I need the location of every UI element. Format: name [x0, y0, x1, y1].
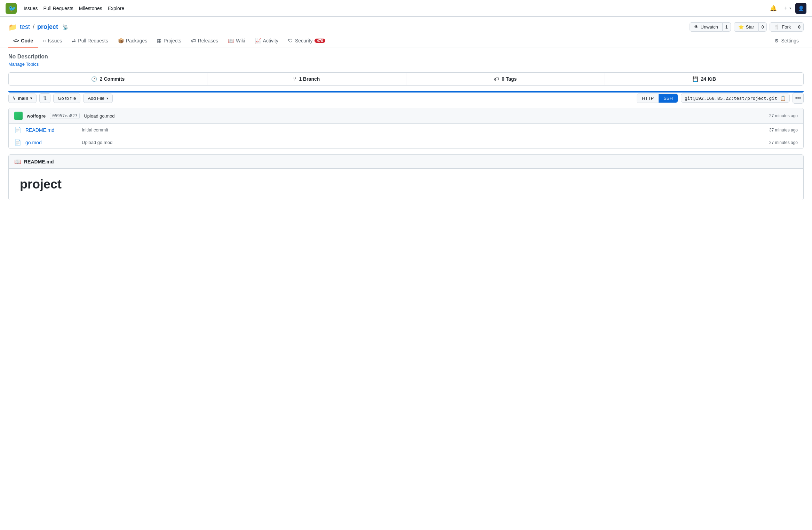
language-progress-bar: [8, 91, 804, 93]
notifications-button[interactable]: 🔔: [768, 3, 779, 14]
fork-label: Fork: [782, 24, 791, 30]
stats-bar-wrapper: 🕐 2 Commits ⑂ 1 Branch 🏷 0 Tags 💾 24 KiB: [8, 72, 804, 93]
nav-pull-requests[interactable]: Pull Requests: [43, 6, 73, 11]
branch-icon: ⑂: [13, 96, 16, 101]
http-button[interactable]: HTTP: [637, 94, 659, 103]
activity-icon: 📈: [255, 38, 261, 43]
file-name[interactable]: README.md: [25, 127, 78, 133]
branch-selector[interactable]: ⑂ main ▾: [8, 94, 37, 103]
nav-milestones[interactable]: Milestones: [79, 6, 102, 11]
unwatch-count[interactable]: 1: [723, 22, 731, 32]
tab-projects[interactable]: ▦ Projects: [152, 34, 186, 48]
file-name[interactable]: go.mod: [25, 140, 78, 145]
logo[interactable]: 🐦: [6, 3, 17, 14]
tags-stat[interactable]: 🏷 0 Tags: [406, 73, 605, 85]
commit-time: 27 minutes ago: [769, 113, 798, 118]
readme-content: project: [9, 169, 803, 200]
commit-author-name[interactable]: wolfogre: [27, 113, 46, 119]
releases-icon: 🏷: [191, 38, 196, 43]
tab-security[interactable]: 🛡 Security 470: [283, 34, 330, 48]
branches-label: 1 Branch: [299, 76, 320, 82]
fork-button[interactable]: 🍴 Fork: [770, 22, 795, 32]
tab-pr-label: Pull Requests: [78, 38, 108, 43]
repo-tabs: <> Code ○ Issues ⇄ Pull Requests 📦 Packa…: [0, 34, 812, 48]
star-icon: ⭐: [738, 24, 744, 30]
manage-topics[interactable]: Manage Topics: [8, 61, 804, 67]
star-button[interactable]: ⭐ Star: [734, 22, 759, 32]
copy-url-button[interactable]: 📋: [780, 95, 786, 101]
repo-name[interactable]: project: [37, 23, 58, 31]
unwatch-button[interactable]: 👁 Unwatch: [690, 22, 723, 32]
readme-box: 📖 README.md project: [8, 154, 804, 200]
issues-icon: ○: [43, 38, 46, 43]
security-badge: 470: [315, 39, 325, 43]
unwatch-label: Unwatch: [701, 24, 718, 30]
tags-label: 0 Tags: [502, 76, 517, 82]
commit-message: Upload go.mod: [84, 113, 765, 119]
tab-settings[interactable]: ⚙ Settings: [770, 34, 804, 48]
repo-actions: 👁 Unwatch 1 ⭐ Star 0 🍴 Fork 0: [690, 22, 804, 32]
nav-right: 🔔 ＋ ▾ 👤: [768, 3, 806, 14]
repo-content: No Description Manage Topics 🕐 2 Commits…: [0, 48, 812, 206]
chevron-down-icon: ▾: [30, 96, 32, 100]
ssh-button[interactable]: SSH: [659, 94, 678, 103]
tab-pull-requests[interactable]: ⇄ Pull Requests: [67, 34, 113, 48]
commit-hash[interactable]: 05957ea827: [50, 113, 80, 119]
branch-name: main: [18, 96, 28, 101]
commits-label: 2 Commits: [100, 76, 125, 82]
add-file-button[interactable]: Add File ▾: [83, 94, 113, 103]
manage-topics-link[interactable]: Manage Topics: [8, 62, 39, 67]
commit-author-avatar[interactable]: [14, 112, 23, 120]
tags-icon: 🏷: [494, 76, 499, 82]
tab-issues[interactable]: ○ Issues: [38, 34, 67, 48]
tab-wiki[interactable]: 📖 Wiki: [223, 34, 250, 48]
fork-icon: 🍴: [774, 24, 780, 30]
repo-description: No Description: [8, 54, 804, 60]
stats-bar: 🕐 2 Commits ⑂ 1 Branch 🏷 0 Tags 💾 24 KiB: [8, 72, 804, 86]
go-to-file-label: Go to file: [58, 96, 76, 101]
settings-icon: ⚙: [774, 38, 779, 43]
tab-issues-label: Issues: [48, 38, 62, 43]
avatar[interactable]: 👤: [795, 3, 806, 14]
ellipsis-icon: •••: [795, 95, 801, 101]
file-time: 27 minutes ago: [769, 140, 798, 145]
pr-icon: ⇄: [72, 38, 76, 43]
nav-explore[interactable]: Explore: [108, 6, 124, 11]
chevron-down-icon: ▾: [789, 6, 791, 10]
fork-count[interactable]: 0: [795, 22, 804, 32]
star-label: Star: [746, 24, 754, 30]
compare-button[interactable]: ⇅: [39, 93, 50, 103]
go-to-file-button[interactable]: Go to file: [53, 94, 80, 103]
commits-stat[interactable]: 🕐 2 Commits: [9, 73, 207, 85]
repo-owner[interactable]: test: [20, 23, 30, 31]
packages-icon: 📦: [118, 38, 124, 43]
tab-packages[interactable]: 📦 Packages: [113, 34, 152, 48]
plus-icon: ＋: [783, 5, 789, 12]
branch-bar: ⑂ main ▾ ⇅ Go to file Add File ▾ HTTP SS…: [8, 93, 804, 104]
compare-icon: ⇅: [43, 95, 47, 101]
tab-activity[interactable]: 📈 Activity: [250, 34, 283, 48]
file-commit-message[interactable]: Upload go.mod: [82, 140, 765, 145]
tab-releases[interactable]: 🏷 Releases: [186, 34, 223, 48]
table-row: 📄 README.md Initial commit 37 minutes ag…: [9, 124, 803, 136]
file-commit-message[interactable]: Initial commit: [82, 127, 765, 132]
svg-text:🐦: 🐦: [8, 5, 16, 13]
nav-issues[interactable]: Issues: [24, 6, 38, 11]
create-button[interactable]: ＋ ▾: [783, 5, 791, 12]
branches-stat[interactable]: ⑂ 1 Branch: [207, 73, 406, 85]
repo-icon: 📁: [8, 23, 17, 31]
repo-header: 📁 test / project 📡 👁 Unwatch 1 ⭐ Star 0 …: [0, 17, 812, 32]
clone-toggle: HTTP SSH: [637, 94, 678, 103]
size-stat[interactable]: 💾 24 KiB: [605, 73, 803, 85]
star-count[interactable]: 0: [759, 22, 767, 32]
more-options-button[interactable]: •••: [793, 93, 804, 104]
tab-code[interactable]: <> Code: [8, 34, 38, 48]
feed-icon[interactable]: 📡: [62, 24, 68, 30]
tab-settings-label: Settings: [781, 38, 799, 43]
commits-icon: 🕐: [91, 76, 97, 82]
table-row: 📄 go.mod Upload go.mod 27 minutes ago: [9, 136, 803, 148]
wiki-icon: 📖: [228, 38, 234, 43]
unwatch-group: 👁 Unwatch 1: [690, 22, 731, 32]
size-label: 24 KiB: [701, 76, 716, 82]
tab-code-label: Code: [21, 38, 33, 43]
